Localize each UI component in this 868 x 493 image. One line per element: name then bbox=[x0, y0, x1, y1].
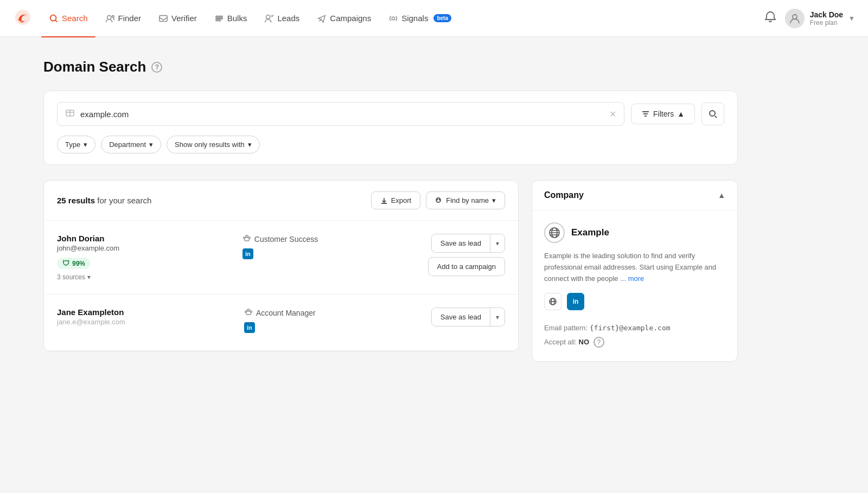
page-content: Domain Search ? ✕ Filters ▲ bbox=[0, 37, 781, 383]
nav-item-signals[interactable]: Signals beta bbox=[381, 9, 459, 28]
sources-chevron-0: ▾ bbox=[87, 273, 91, 281]
company-name-row: Example bbox=[544, 222, 725, 243]
company-description: Example is the leading solution to find … bbox=[544, 251, 725, 284]
person-dept-0: Customer Success in bbox=[242, 234, 417, 264]
company-name: Example bbox=[571, 227, 609, 238]
user-plan: Free plan bbox=[810, 19, 843, 27]
nav-item-finder[interactable]: Finder bbox=[98, 9, 149, 28]
person-row-1: Jane Exampleton jane.e@example.com Accou… bbox=[44, 294, 518, 351]
company-header: Company ▲ bbox=[532, 181, 737, 210]
filters-label: Filters bbox=[653, 110, 674, 118]
logo[interactable] bbox=[13, 8, 33, 29]
nav-right: Jack Doe Free plan ▼ bbox=[764, 9, 855, 28]
sources-link-0[interactable]: 3 sources ▾ bbox=[57, 273, 232, 281]
nav-item-search[interactable]: Search bbox=[41, 9, 95, 28]
nav-label-bulks: Bulks bbox=[227, 14, 247, 23]
briefcase-icon-1 bbox=[244, 308, 253, 318]
export-button[interactable]: Export bbox=[371, 191, 421, 209]
person-email-0: john@example.com bbox=[57, 244, 232, 252]
svg-rect-17 bbox=[246, 311, 251, 315]
svg-rect-16 bbox=[245, 238, 249, 241]
filter-row: Type ▾ Department ▾ Show only results wi… bbox=[57, 136, 724, 153]
search-card: ✕ Filters ▲ Type ▾ Department bbox=[43, 91, 738, 165]
user-menu[interactable]: Jack Doe Free plan ▼ bbox=[785, 9, 855, 28]
nav-label-finder: Finder bbox=[118, 14, 142, 23]
accept-all-help-icon[interactable]: ? bbox=[593, 337, 604, 348]
person-actions-1: Save as lead ▾ bbox=[431, 308, 505, 326]
company-links: in bbox=[544, 293, 725, 310]
shield-icon-0: 🛡 bbox=[62, 259, 69, 267]
person-dept-1: Account Manager in bbox=[244, 308, 420, 337]
type-filter[interactable]: Type ▾ bbox=[57, 136, 95, 153]
user-name: Jack Doe bbox=[810, 10, 843, 19]
add-campaign-button-0[interactable]: Add to a campaign bbox=[428, 257, 505, 276]
filters-button[interactable]: Filters ▲ bbox=[631, 104, 695, 124]
nav-items: Search Finder Verifier Bulks bbox=[41, 9, 760, 28]
save-lead-main-1[interactable]: Save as lead bbox=[432, 308, 490, 326]
svg-point-10 bbox=[793, 15, 797, 19]
find-by-name-chevron: ▾ bbox=[492, 196, 496, 204]
nav-label-verifier: Verifier bbox=[171, 14, 197, 23]
svg-point-12 bbox=[710, 111, 715, 116]
save-lead-dropdown-1[interactable]: ▾ bbox=[490, 309, 505, 326]
svg-rect-5 bbox=[215, 16, 222, 17]
dept-label-0: Customer Success bbox=[254, 235, 318, 244]
domain-icon bbox=[65, 108, 75, 120]
company-linkedin-link[interactable]: in bbox=[567, 293, 584, 310]
department-filter[interactable]: Department ▾ bbox=[101, 136, 161, 153]
save-lead-button-0[interactable]: Save as lead ▾ bbox=[431, 234, 505, 253]
search-input-wrapper: ✕ bbox=[57, 102, 624, 126]
nav-item-leads[interactable]: Leads bbox=[257, 9, 307, 28]
nav-item-campaigns[interactable]: Campaigns bbox=[309, 9, 379, 28]
nav-label-signals: Signals bbox=[401, 14, 428, 23]
svg-point-14 bbox=[437, 199, 438, 200]
results-actions: Export Find by name ▾ bbox=[371, 191, 505, 209]
results-main: 25 results for your search Export bbox=[43, 180, 519, 362]
save-lead-main-0[interactable]: Save as lead bbox=[432, 234, 490, 252]
search-row: ✕ Filters ▲ bbox=[57, 102, 724, 126]
company-collapse-icon[interactable]: ▲ bbox=[718, 191, 725, 200]
person-info-1: Jane Exampleton jane.e@example.com bbox=[57, 308, 233, 331]
company-meta: Email pattern: {first}@example.com Accep… bbox=[544, 321, 725, 349]
person-row: John Dorian john@example.com 🛡 99% 3 sou… bbox=[44, 221, 518, 294]
email-pattern-label: Email pattern: bbox=[544, 324, 588, 332]
help-icon[interactable]: ? bbox=[151, 62, 162, 73]
linkedin-icon-0[interactable]: in bbox=[242, 248, 253, 259]
department-filter-label: Department bbox=[109, 140, 146, 149]
nav-item-bulks[interactable]: Bulks bbox=[207, 9, 255, 28]
show-only-filter-chevron: ▾ bbox=[248, 140, 252, 149]
search-button[interactable] bbox=[701, 103, 724, 125]
company-more-link[interactable]: ... more bbox=[620, 274, 644, 283]
nav-item-verifier[interactable]: Verifier bbox=[151, 9, 205, 28]
svg-rect-6 bbox=[215, 18, 222, 19]
company-globe-icon bbox=[544, 222, 565, 243]
confidence-badge-0: 🛡 99% bbox=[57, 258, 91, 269]
nav-label-campaigns: Campaigns bbox=[330, 14, 371, 23]
company-section-title: Company bbox=[544, 190, 584, 200]
type-filter-chevron: ▾ bbox=[84, 140, 87, 149]
navbar: Search Finder Verifier Bulks bbox=[0, 0, 868, 37]
save-lead-dropdown-0[interactable]: ▾ bbox=[490, 235, 505, 252]
show-only-filter[interactable]: Show only results with ▾ bbox=[167, 136, 260, 153]
nav-label-search: Search bbox=[62, 14, 88, 23]
notifications-button[interactable] bbox=[764, 11, 776, 25]
avatar bbox=[785, 9, 805, 28]
find-by-name-button[interactable]: Find by name ▾ bbox=[426, 191, 505, 209]
clear-search-button[interactable]: ✕ bbox=[609, 109, 616, 119]
results-header: 25 results for your search Export bbox=[44, 181, 518, 221]
linkedin-icon-1[interactable]: in bbox=[244, 322, 255, 333]
email-pattern-value: {first}@example.com bbox=[590, 324, 671, 332]
nav-label-leads: Leads bbox=[277, 14, 299, 23]
person-name-0: John Dorian bbox=[57, 234, 232, 243]
svg-point-9 bbox=[392, 17, 394, 20]
person-actions-0: Save as lead ▾ Add to a campaign bbox=[428, 234, 505, 276]
briefcase-icon-0 bbox=[242, 234, 251, 244]
svg-point-2 bbox=[107, 15, 111, 19]
person-info-0: John Dorian john@example.com 🛡 99% 3 sou… bbox=[57, 234, 232, 281]
save-lead-button-1[interactable]: Save as lead ▾ bbox=[431, 308, 505, 326]
beta-badge: beta bbox=[433, 14, 451, 22]
company-website-link[interactable] bbox=[544, 293, 561, 310]
search-input[interactable] bbox=[80, 110, 604, 119]
company-card: Company ▲ Example bbox=[532, 180, 738, 362]
svg-point-15 bbox=[439, 199, 441, 200]
